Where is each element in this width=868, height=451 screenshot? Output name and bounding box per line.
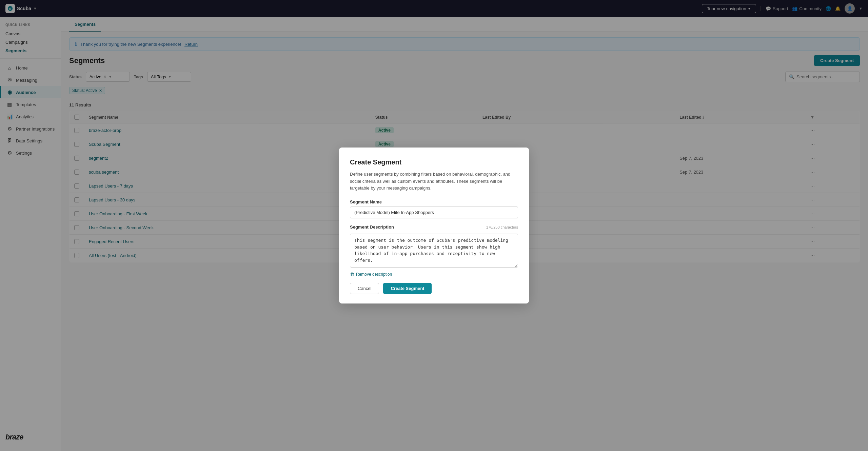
segment-desc-label: Segment Description bbox=[350, 224, 394, 230]
modal-create-segment-button[interactable]: Create Segment bbox=[383, 283, 432, 294]
trash-icon: 🗑 bbox=[350, 272, 354, 277]
modal-description: Define user segments by combining filter… bbox=[350, 171, 518, 192]
modal-actions: Cancel Create Segment bbox=[350, 283, 518, 294]
remove-desc-label: Remove description bbox=[356, 272, 392, 277]
modal-overlay: Create Segment Define user segments by c… bbox=[0, 0, 868, 451]
segment-desc-textarea[interactable]: This segment is the outcome of Scuba's p… bbox=[350, 234, 518, 268]
cancel-button[interactable]: Cancel bbox=[350, 283, 379, 294]
segment-name-label: Segment Name bbox=[350, 199, 518, 204]
segment-name-input[interactable] bbox=[350, 207, 518, 218]
create-segment-modal: Create Segment Define user segments by c… bbox=[339, 148, 529, 303]
char-count: 176/250 characters bbox=[486, 225, 518, 229]
segment-name-field: Segment Name bbox=[350, 199, 518, 218]
modal-title: Create Segment bbox=[350, 158, 518, 166]
segment-desc-field: Segment Description 176/250 characters T… bbox=[350, 224, 518, 277]
remove-description-button[interactable]: 🗑 Remove description bbox=[350, 272, 392, 277]
